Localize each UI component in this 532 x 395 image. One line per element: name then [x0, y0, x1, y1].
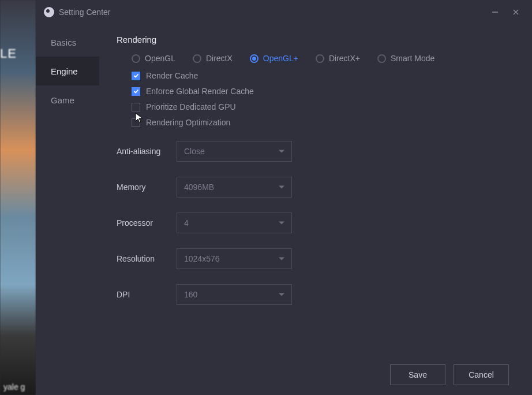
radio-smart-mode[interactable]: Smart Mode: [377, 54, 434, 63]
radio-directx[interactable]: DirectX: [193, 54, 233, 63]
checkbox-render-cache[interactable]: Render Cache: [132, 71, 515, 80]
sidebar: Basics Engine Game: [36, 24, 99, 355]
chevron-down-icon: [279, 150, 284, 153]
minimize-button[interactable]: [487, 4, 503, 20]
label-anti-aliasing: Anti-aliasing: [117, 147, 177, 156]
radio-label: OpenGL: [145, 54, 175, 63]
checkbox-box-icon: [132, 103, 140, 111]
settings-dialog: Setting Center Basics Engine Game Render…: [36, 0, 532, 395]
section-title-rendering: Rendering: [117, 35, 515, 44]
bg-partial-text-top: LE: [0, 46, 17, 61]
background-strip: LE yale g: [0, 0, 36, 395]
window-title: Setting Center: [59, 8, 111, 17]
sidebar-item-label: Game: [51, 95, 74, 105]
settings-panel: Rendering OpenGL DirectX OpenGL+ DirectX…: [99, 24, 532, 355]
checkbox-rendering-optimization[interactable]: Rendering Optimization: [132, 118, 515, 127]
radio-opengl-plus[interactable]: OpenGL+: [250, 54, 298, 63]
radio-directx-plus[interactable]: DirectX+: [316, 54, 360, 63]
label-processor: Processor: [117, 218, 177, 228]
chevron-down-icon: [279, 186, 284, 189]
radio-dot-icon: [377, 54, 386, 63]
sidebar-item-label: Basics: [51, 38, 76, 47]
radio-dot-icon: [250, 54, 258, 63]
close-button[interactable]: [508, 4, 524, 20]
sidebar-item-engine[interactable]: Engine: [36, 57, 99, 85]
label-memory: Memory: [117, 182, 177, 192]
checkbox-enforce-global-render-cache[interactable]: Enforce Global Render Cache: [132, 87, 515, 96]
label-dpi: DPI: [117, 290, 177, 299]
select-value: 4: [184, 218, 189, 228]
checkbox-box-icon: [132, 118, 140, 127]
button-label: Save: [409, 370, 427, 379]
radio-label: Smart Mode: [391, 54, 434, 63]
select-value: 1024x576: [184, 254, 220, 263]
checkbox-box-icon: [132, 87, 140, 96]
close-icon: [512, 9, 519, 16]
checkbox-box-icon: [132, 72, 140, 80]
checkbox-label: Render Cache: [146, 71, 198, 80]
chevron-down-icon: [279, 293, 284, 296]
sidebar-item-label: Engine: [51, 66, 78, 76]
select-anti-aliasing[interactable]: Close: [177, 141, 292, 162]
select-value: 160: [184, 290, 197, 299]
radio-label: DirectX: [206, 54, 233, 63]
radio-dot-icon: [316, 54, 324, 63]
select-processor[interactable]: 4: [177, 213, 292, 233]
checkbox-prioritize-dedicated-gpu[interactable]: Prioritize Dedicated GPU: [132, 102, 515, 111]
select-dpi[interactable]: 160: [177, 284, 292, 305]
bg-partial-text-bottom: yale g: [3, 382, 25, 392]
radio-opengl[interactable]: OpenGL: [132, 54, 175, 63]
chevron-down-icon: [279, 258, 284, 260]
titlebar: Setting Center: [36, 0, 532, 24]
label-resolution: Resolution: [117, 254, 177, 263]
radio-dot-icon: [193, 54, 201, 63]
cancel-button[interactable]: Cancel: [454, 364, 509, 385]
sidebar-item-game[interactable]: Game: [36, 85, 99, 114]
checkbox-label: Prioritize Dedicated GPU: [146, 102, 236, 111]
radio-label: OpenGL+: [263, 54, 298, 63]
button-label: Cancel: [469, 370, 494, 379]
select-value: Close: [184, 147, 205, 156]
select-value: 4096MB: [184, 182, 214, 192]
radio-dot-icon: [132, 54, 140, 63]
rendering-mode-radio-group: OpenGL DirectX OpenGL+ DirectX+ Smart Mo…: [132, 54, 515, 63]
app-logo-icon: [44, 7, 54, 17]
checkbox-label: Enforce Global Render Cache: [146, 87, 254, 96]
select-resolution[interactable]: 1024x576: [177, 248, 292, 269]
dialog-footer: Save Cancel: [36, 355, 532, 395]
chevron-down-icon: [279, 222, 284, 225]
select-memory[interactable]: 4096MB: [177, 177, 292, 198]
radio-label: DirectX+: [329, 54, 360, 63]
checkbox-label: Rendering Optimization: [146, 118, 230, 127]
minimize-icon: [492, 9, 499, 16]
sidebar-item-basics[interactable]: Basics: [36, 28, 99, 57]
save-button[interactable]: Save: [390, 364, 445, 385]
